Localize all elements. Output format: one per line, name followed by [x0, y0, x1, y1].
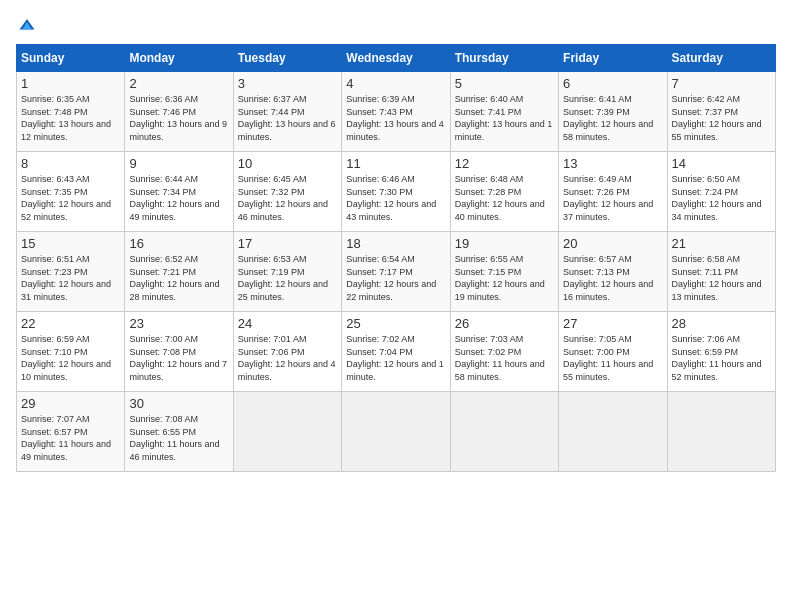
day-info: Sunrise: 6:51 AM Sunset: 7:23 PM Dayligh… — [21, 253, 120, 303]
column-header-saturday: Saturday — [667, 45, 775, 72]
sunrise-label: Sunrise: 6:55 AM — [455, 254, 524, 264]
day-cell: 3 Sunrise: 6:37 AM Sunset: 7:44 PM Dayli… — [233, 72, 341, 152]
sunset-label: Sunset: 7:00 PM — [563, 347, 630, 357]
day-cell: 19 Sunrise: 6:55 AM Sunset: 7:15 PM Dayl… — [450, 232, 558, 312]
daylight-label: Daylight: 12 hours and 37 minutes. — [563, 199, 653, 222]
day-info: Sunrise: 6:41 AM Sunset: 7:39 PM Dayligh… — [563, 93, 662, 143]
sunrise-label: Sunrise: 7:08 AM — [129, 414, 198, 424]
daylight-label: Daylight: 12 hours and 7 minutes. — [129, 359, 227, 382]
day-number: 3 — [238, 76, 337, 91]
day-info: Sunrise: 6:50 AM Sunset: 7:24 PM Dayligh… — [672, 173, 771, 223]
header-row: SundayMondayTuesdayWednesdayThursdayFrid… — [17, 45, 776, 72]
day-info: Sunrise: 6:53 AM Sunset: 7:19 PM Dayligh… — [238, 253, 337, 303]
calendar-table: SundayMondayTuesdayWednesdayThursdayFrid… — [16, 44, 776, 472]
day-cell: 21 Sunrise: 6:58 AM Sunset: 7:11 PM Dayl… — [667, 232, 775, 312]
day-number: 17 — [238, 236, 337, 251]
day-info: Sunrise: 7:03 AM Sunset: 7:02 PM Dayligh… — [455, 333, 554, 383]
day-number: 10 — [238, 156, 337, 171]
daylight-label: Daylight: 12 hours and 43 minutes. — [346, 199, 436, 222]
sunset-label: Sunset: 7:26 PM — [563, 187, 630, 197]
sunset-label: Sunset: 7:23 PM — [21, 267, 88, 277]
day-info: Sunrise: 6:46 AM Sunset: 7:30 PM Dayligh… — [346, 173, 445, 223]
day-number: 30 — [129, 396, 228, 411]
daylight-label: Daylight: 12 hours and 1 minute. — [346, 359, 444, 382]
column-header-tuesday: Tuesday — [233, 45, 341, 72]
calendar-header: SundayMondayTuesdayWednesdayThursdayFrid… — [17, 45, 776, 72]
sunset-label: Sunset: 7:28 PM — [455, 187, 522, 197]
daylight-label: Daylight: 13 hours and 4 minutes. — [346, 119, 444, 142]
daylight-label: Daylight: 13 hours and 9 minutes. — [129, 119, 227, 142]
sunrise-label: Sunrise: 6:49 AM — [563, 174, 632, 184]
sunrise-label: Sunrise: 6:59 AM — [21, 334, 90, 344]
day-info: Sunrise: 7:06 AM Sunset: 6:59 PM Dayligh… — [672, 333, 771, 383]
day-cell: 12 Sunrise: 6:48 AM Sunset: 7:28 PM Dayl… — [450, 152, 558, 232]
sunrise-label: Sunrise: 6:52 AM — [129, 254, 198, 264]
column-header-friday: Friday — [559, 45, 667, 72]
sunrise-label: Sunrise: 7:07 AM — [21, 414, 90, 424]
day-number: 14 — [672, 156, 771, 171]
sunrise-label: Sunrise: 7:01 AM — [238, 334, 307, 344]
daylight-label: Daylight: 12 hours and 46 minutes. — [238, 199, 328, 222]
sunrise-label: Sunrise: 6:57 AM — [563, 254, 632, 264]
sunrise-label: Sunrise: 7:00 AM — [129, 334, 198, 344]
sunset-label: Sunset: 7:44 PM — [238, 107, 305, 117]
header — [16, 16, 776, 36]
daylight-label: Daylight: 11 hours and 49 minutes. — [21, 439, 111, 462]
sunrise-label: Sunrise: 6:51 AM — [21, 254, 90, 264]
day-number: 2 — [129, 76, 228, 91]
day-number: 12 — [455, 156, 554, 171]
day-cell: 7 Sunrise: 6:42 AM Sunset: 7:37 PM Dayli… — [667, 72, 775, 152]
day-number: 21 — [672, 236, 771, 251]
week-row-3: 15 Sunrise: 6:51 AM Sunset: 7:23 PM Dayl… — [17, 232, 776, 312]
daylight-label: Daylight: 12 hours and 31 minutes. — [21, 279, 111, 302]
sunset-label: Sunset: 7:34 PM — [129, 187, 196, 197]
day-cell: 10 Sunrise: 6:45 AM Sunset: 7:32 PM Dayl… — [233, 152, 341, 232]
day-cell: 23 Sunrise: 7:00 AM Sunset: 7:08 PM Dayl… — [125, 312, 233, 392]
sunset-label: Sunset: 7:32 PM — [238, 187, 305, 197]
day-cell: 13 Sunrise: 6:49 AM Sunset: 7:26 PM Dayl… — [559, 152, 667, 232]
column-header-sunday: Sunday — [17, 45, 125, 72]
day-info: Sunrise: 7:01 AM Sunset: 7:06 PM Dayligh… — [238, 333, 337, 383]
day-number: 28 — [672, 316, 771, 331]
daylight-label: Daylight: 12 hours and 49 minutes. — [129, 199, 219, 222]
day-info: Sunrise: 6:49 AM Sunset: 7:26 PM Dayligh… — [563, 173, 662, 223]
day-number: 8 — [21, 156, 120, 171]
day-number: 25 — [346, 316, 445, 331]
sunrise-label: Sunrise: 6:37 AM — [238, 94, 307, 104]
daylight-label: Daylight: 12 hours and 16 minutes. — [563, 279, 653, 302]
day-info: Sunrise: 6:57 AM Sunset: 7:13 PM Dayligh… — [563, 253, 662, 303]
day-cell: 20 Sunrise: 6:57 AM Sunset: 7:13 PM Dayl… — [559, 232, 667, 312]
day-number: 5 — [455, 76, 554, 91]
daylight-label: Daylight: 12 hours and 40 minutes. — [455, 199, 545, 222]
day-cell: 25 Sunrise: 7:02 AM Sunset: 7:04 PM Dayl… — [342, 312, 450, 392]
sunset-label: Sunset: 6:55 PM — [129, 427, 196, 437]
day-number: 13 — [563, 156, 662, 171]
day-info: Sunrise: 6:37 AM Sunset: 7:44 PM Dayligh… — [238, 93, 337, 143]
day-info: Sunrise: 6:35 AM Sunset: 7:48 PM Dayligh… — [21, 93, 120, 143]
sunset-label: Sunset: 7:30 PM — [346, 187, 413, 197]
daylight-label: Daylight: 13 hours and 6 minutes. — [238, 119, 336, 142]
sunset-label: Sunset: 7:13 PM — [563, 267, 630, 277]
day-number: 1 — [21, 76, 120, 91]
day-info: Sunrise: 6:52 AM Sunset: 7:21 PM Dayligh… — [129, 253, 228, 303]
day-number: 11 — [346, 156, 445, 171]
sunset-label: Sunset: 7:48 PM — [21, 107, 88, 117]
day-info: Sunrise: 7:02 AM Sunset: 7:04 PM Dayligh… — [346, 333, 445, 383]
day-info: Sunrise: 6:55 AM Sunset: 7:15 PM Dayligh… — [455, 253, 554, 303]
day-cell: 14 Sunrise: 6:50 AM Sunset: 7:24 PM Dayl… — [667, 152, 775, 232]
day-cell: 27 Sunrise: 7:05 AM Sunset: 7:00 PM Dayl… — [559, 312, 667, 392]
sunrise-label: Sunrise: 7:03 AM — [455, 334, 524, 344]
daylight-label: Daylight: 11 hours and 52 minutes. — [672, 359, 762, 382]
sunset-label: Sunset: 7:46 PM — [129, 107, 196, 117]
day-info: Sunrise: 7:05 AM Sunset: 7:00 PM Dayligh… — [563, 333, 662, 383]
day-number: 27 — [563, 316, 662, 331]
sunset-label: Sunset: 7:35 PM — [21, 187, 88, 197]
daylight-label: Daylight: 12 hours and 58 minutes. — [563, 119, 653, 142]
sunrise-label: Sunrise: 7:02 AM — [346, 334, 415, 344]
daylight-label: Daylight: 12 hours and 55 minutes. — [672, 119, 762, 142]
sunset-label: Sunset: 7:21 PM — [129, 267, 196, 277]
sunset-label: Sunset: 7:41 PM — [455, 107, 522, 117]
day-cell: 9 Sunrise: 6:44 AM Sunset: 7:34 PM Dayli… — [125, 152, 233, 232]
logo — [16, 16, 36, 36]
sunrise-label: Sunrise: 7:05 AM — [563, 334, 632, 344]
